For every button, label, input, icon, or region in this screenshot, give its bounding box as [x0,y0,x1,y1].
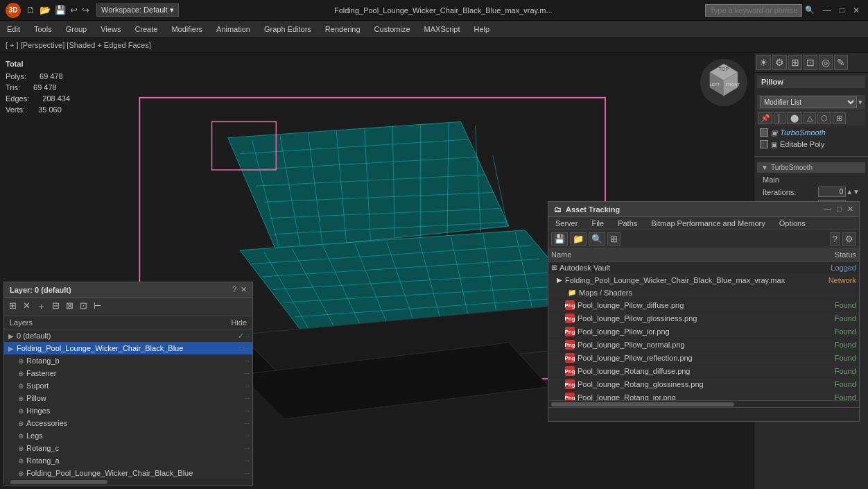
layer-item-fastener[interactable]: ⊕ Fastener ··· [4,367,252,379]
rp-icon-6[interactable]: ✎ [834,55,848,70]
layer-toolbar-icon-6[interactable]: ⊡ [78,300,89,314]
asset-menu-bitmap[interactable]: Bitmap Performance and Memory [644,217,772,230]
layer-item-hinges[interactable]: ⊕ Hinges ··· [4,404,252,417]
layer-item-rotang-b[interactable]: ⊕ Rotang_b ··· [4,354,252,367]
modifier-tool-5[interactable]: ⊞ [833,112,846,124]
asset-hscrollbar[interactable] [548,400,859,407]
mod-checkbox-editable-poly[interactable] [760,140,768,148]
asset-row-file-0[interactable]: Png Pool_lounge_Pilow_diffuse.png Found [548,299,859,312]
asset-row-file-4[interactable]: Png Pool_lounge_Pilow_reflection.png Fou… [548,352,859,365]
menu-help[interactable]: Help [467,21,497,37]
layer-item-rotang-a[interactable]: ⊕ Rotang_a ··· [4,454,252,467]
layer-item-suport[interactable]: ⊕ Suport ··· [4,379,252,392]
menu-edit[interactable]: Edit [0,21,27,37]
rp-icon-1[interactable]: ☀ [756,55,771,70]
modifier-tool-2[interactable]: ⬤ [787,112,802,124]
menu-maxscript[interactable]: MAXScript [417,21,467,37]
menu-customize[interactable]: Customize [367,21,417,37]
search-icon[interactable]: 🔍 [805,6,815,15]
menu-rendering[interactable]: Rendering [318,21,367,37]
layer-item-accessories[interactable]: ⊕ Accessories ··· [4,417,252,429]
mod-checkbox-turbosmooth[interactable] [760,128,768,137]
asset-tb-save[interactable]: 💾 [551,232,568,246]
asset-row-folding-file[interactable]: ▶ Folding_Pool_Lounge_Wicker_Chair_Black… [548,274,859,286]
asset-menu-server[interactable]: Server [548,217,584,230]
asset-tb-grid[interactable]: ⊞ [607,232,620,246]
layer-scrollbar[interactable] [4,479,252,485]
asset-tb-search[interactable]: 🔍 [589,232,605,246]
rp-icon-4[interactable]: ⊡ [804,55,817,70]
modifier-turbosmooth[interactable]: ▣ TurboSmooth [757,127,865,138]
asset-panel-restore[interactable]: □ [837,205,842,214]
layer-item-rotang-c[interactable]: ⊕ Rotang_c ··· [4,442,252,454]
new-icon[interactable]: 🗋 [25,3,37,17]
modifier-list-arrow[interactable]: ▾ [858,98,862,107]
layer-name-rotang-a: Rotang_a [26,456,244,465]
menu-animation[interactable]: Animation [209,21,257,37]
folding-file-icon: ▶ [557,276,562,284]
asset-row-maps[interactable]: 📁 Maps / Shaders [548,286,859,299]
layer-toolbar-icon-2[interactable]: ✕ [21,300,33,314]
modifier-list-select[interactable]: Modifier List [760,96,857,108]
layer-toolbar-icon-5[interactable]: ⊠ [64,300,76,314]
asset-tb-settings[interactable]: ⚙ [842,232,856,246]
menu-views[interactable]: Views [94,21,128,37]
workspace-selector[interactable]: Workspace: Default ▾ [96,3,179,17]
layer-item-default[interactable]: ▶ 0 (default) ✓ ··· [4,329,252,342]
layer-panel-help[interactable]: ? [232,285,236,294]
menu-graph-editors[interactable]: Graph Editors [257,21,318,37]
menu-modifiers[interactable]: Modifiers [164,21,209,37]
asset-tb-folder[interactable]: 📁 [570,232,587,246]
layer-toolbar-icon-3[interactable]: ＋ [35,300,48,314]
menu-create[interactable]: Create [128,21,164,37]
asset-row-vault[interactable]: ⊞ Autodesk Vault Logged [548,261,859,274]
asset-row-file-5[interactable]: Png Pool_lounge_Rotang_diffuse.png Found [548,365,859,378]
menu-group[interactable]: Group [59,21,94,37]
asset-row-file-3[interactable]: Png Pool_lounge_Pilow_normal.png Found [548,338,859,352]
rp-icon-5[interactable]: ◎ [819,55,833,70]
rp-icon-3[interactable]: ⊞ [788,55,802,70]
pin-icon[interactable]: 📌 [758,112,772,124]
asset-row-file-6[interactable]: Png Pool_lounge_Rotang_glossiness.png Fo… [548,378,859,391]
layer-item-legs[interactable]: ⊕ Legs ··· [4,429,252,442]
asset-tb-help[interactable]: ? [830,232,840,246]
layer-toolbar-icon-1[interactable]: ⊞ [7,300,19,314]
cube-viewer[interactable]: TOP LEFT FRONT [700,58,748,107]
asset-panel-close[interactable]: ✕ [847,205,853,214]
asset-row-file-1[interactable]: Png Pool_lounge_Pilow_glossiness.png Fou… [548,312,859,325]
close-button[interactable]: ✕ [850,4,862,17]
open-icon[interactable]: 📂 [38,3,52,17]
asset-row-file-7[interactable]: Png Pool_lounge_Rotang_ior.png Found [548,391,859,400]
search-input[interactable] [705,4,802,17]
minimize-button[interactable]: — [820,4,834,17]
maximize-button[interactable]: □ [837,4,847,17]
asset-scroll-area[interactable]: ⊞ Autodesk Vault Logged ▶ Folding_Pool_L… [548,261,859,400]
modifier-tool-3[interactable]: △ [804,112,816,124]
layer-item-folding-2[interactable]: ⊕ Folding_Pool_Lounge_Wicker_Chair_Black… [4,467,252,479]
undo-icon[interactable]: ↩ [69,3,79,17]
layer-item-pillow[interactable]: ⊕ Pillow ··· [4,392,252,404]
layer-item-folding[interactable]: ▶ Folding_Pool_Lounge_Wicker_Chair_Black… [4,342,252,354]
modifier-tool-1[interactable]: │ [774,112,785,124]
asset-menu-paths[interactable]: Paths [611,217,644,230]
asset-row-file-2[interactable]: Png Pool_lounge_Pilow_ior.png Found [548,325,859,338]
modifier-editable-poly[interactable]: ▣ Editable Poly [757,139,865,150]
file-icon-6: Png [565,379,575,389]
rp-icon-2[interactable]: ⚙ [772,55,787,70]
redo-icon[interactable]: ↪ [80,3,91,17]
asset-menu-options[interactable]: Options [772,217,813,230]
iterations-up[interactable]: ▲ [846,188,853,196]
asset-panel-min[interactable]: — [824,205,831,214]
menu-tools[interactable]: Tools [27,21,59,37]
layer-toolbar-icon-4[interactable]: ⊟ [50,300,62,314]
iterations-input[interactable] [818,187,846,197]
layer-toolbar-icon-7[interactable]: ⊢ [92,300,103,314]
collapse-arrow-ts[interactable]: ▼ [761,164,768,171]
save-icon[interactable]: 💾 [53,3,67,17]
layer-panel-close[interactable]: ✕ [241,285,247,294]
hide-btn[interactable]: Hide [231,318,247,327]
modifier-tool-4[interactable]: ⬡ [817,112,831,124]
asset-file-1-name: Pool_lounge_Pilow_glossiness.png [578,314,808,323]
asset-menu-file[interactable]: File [584,217,611,230]
iterations-down[interactable]: ▼ [853,188,860,196]
